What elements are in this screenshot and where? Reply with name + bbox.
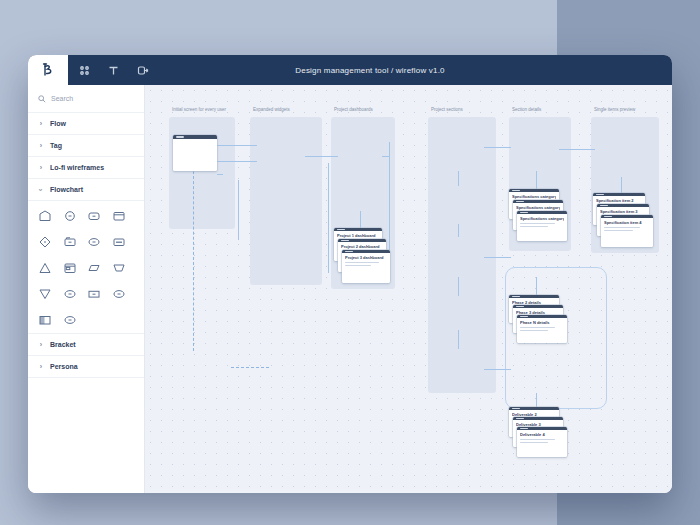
sidebar-item-label: Persona <box>50 363 78 370</box>
chevron-right-icon: › <box>38 121 44 127</box>
sidebar-item-label: Tag <box>50 142 62 149</box>
card-title: Specification item 3 <box>600 209 646 214</box>
tab-rectangle-shape-icon[interactable] <box>63 235 77 249</box>
search-placeholder: Search <box>51 95 73 102</box>
stacked-card[interactable]: Specification item 4 <box>601 215 653 247</box>
connector-line <box>536 171 537 189</box>
card-browser-bar <box>509 189 559 192</box>
sidebar-item-flowchart[interactable]: › Flowchart <box>28 179 144 201</box>
diamond-shape-icon[interactable] <box>38 235 52 249</box>
rounded-rectangle-shape-icon[interactable] <box>87 209 101 223</box>
display-shape-icon[interactable] <box>38 209 52 223</box>
card-browser-bar <box>513 305 563 308</box>
sidebar-item-label: Flow <box>50 120 66 127</box>
card-title: Specifications category 3 <box>516 205 560 210</box>
card-title: Specification item 4 <box>604 220 650 225</box>
chevron-right-icon: › <box>38 143 44 149</box>
card-browser-bar <box>513 417 563 420</box>
search-input[interactable]: Search <box>28 85 144 113</box>
connector-line <box>484 147 511 148</box>
split-rectangle-shape-icon[interactable] <box>38 313 52 327</box>
card-title: Deliverable 4 <box>520 432 564 437</box>
connector-line <box>231 367 269 368</box>
card-browser-bar <box>513 200 563 203</box>
card-text-line <box>604 230 633 232</box>
sidebar-item-flow[interactable]: › Flow <box>28 113 144 135</box>
app-logo[interactable] <box>28 55 68 85</box>
sidebar-item-label: Flowchart <box>50 186 83 193</box>
card-text-line <box>520 223 555 225</box>
apps-grid-icon[interactable] <box>78 64 91 77</box>
sidebar-item-bracket[interactable]: › Bracket <box>28 334 144 356</box>
browser-window-shape-icon[interactable] <box>63 261 77 275</box>
triangle-down-shape-icon[interactable] <box>38 287 52 301</box>
ellipse-shape-icon[interactable] <box>87 235 101 249</box>
export-icon[interactable] <box>136 64 149 77</box>
column-group-label: Project dashboards <box>334 107 373 112</box>
stacked-card[interactable]: Specifications category 4 <box>517 211 567 241</box>
connector-line <box>559 149 595 150</box>
card-browser-bar <box>338 239 386 242</box>
circle-shape-icon[interactable] <box>63 209 77 223</box>
connector-line <box>458 171 459 186</box>
connector-line <box>328 163 329 273</box>
chevron-right-icon: › <box>38 165 44 171</box>
card-browser-bar <box>334 228 382 231</box>
card-text-line <box>520 439 555 441</box>
stacked-card[interactable]: Deliverable 4 <box>517 427 567 457</box>
column-group-label: Project sections <box>431 107 463 112</box>
rectangle-shape-icon[interactable] <box>87 287 101 301</box>
stacked-card[interactable]: Project 3 dashboard <box>342 250 390 283</box>
card-title: Project 2 dashboard <box>341 244 383 249</box>
column-group-panel[interactable] <box>250 117 322 285</box>
card-browser-bar <box>597 204 649 207</box>
column-group-label: Initial screen for every user <box>172 107 226 112</box>
sidebar: Search › Flow › Tag › Lo-fi wireframes ›… <box>28 85 145 493</box>
sidebar-item-persona[interactable]: › Persona <box>28 356 144 378</box>
ellipse-shape-icon[interactable] <box>63 287 77 301</box>
sidebar-item-lofi-wireframes[interactable]: › Lo-fi wireframes <box>28 157 144 179</box>
card-browser-bar <box>517 427 567 430</box>
top-bar: Design management tool / wireflow v1.0 <box>28 55 672 85</box>
connector-line <box>217 174 223 175</box>
stacked-card[interactable]: Phase N details <box>517 315 567 343</box>
sidebar-item-tag[interactable]: › Tag <box>28 135 144 157</box>
card-text-line <box>520 327 555 329</box>
sidebar-item-label: Lo-fi wireframes <box>50 164 104 171</box>
app-window: Design management tool / wireflow v1.0 <box>28 55 672 493</box>
connector-line <box>536 393 537 407</box>
card-browser-bar <box>517 211 567 214</box>
ellipse-shape-icon[interactable] <box>112 287 126 301</box>
ellipse-shape-icon[interactable] <box>63 313 77 327</box>
document-title: Design management tool / wireflow v1.0 <box>68 55 672 85</box>
flowchart-shape-palette <box>28 201 144 334</box>
chevron-right-icon: › <box>38 342 44 348</box>
card-shape-icon[interactable] <box>112 209 126 223</box>
search-icon <box>38 95 46 103</box>
comment-shape-icon[interactable] <box>112 235 126 249</box>
canvas[interactable]: Initial screen for every userExpanded wi… <box>145 85 672 493</box>
trapezoid-shape-icon[interactable] <box>112 261 126 275</box>
sidebar-item-label: Bracket <box>50 341 76 348</box>
card-title: Specifications category 2 <box>512 194 556 199</box>
connector-line <box>484 257 511 258</box>
desktop-background: Design management tool / wireflow v1.0 <box>0 0 700 525</box>
connector-line <box>458 330 459 349</box>
triangle-up-shape-icon[interactable] <box>38 261 52 275</box>
column-group-panel[interactable] <box>428 117 496 393</box>
column-group-panel[interactable] <box>169 117 235 229</box>
text-tool-icon[interactable] <box>107 64 120 77</box>
connector-line <box>458 224 459 237</box>
connector-line <box>238 180 239 240</box>
connector-line <box>217 161 257 162</box>
card-text-line <box>345 262 379 264</box>
card-text-line <box>345 265 371 267</box>
wireframe-card[interactable] <box>173 135 217 171</box>
parallelogram-shape-icon[interactable] <box>87 261 101 275</box>
connector-line <box>621 177 622 193</box>
card-browser-bar <box>593 193 645 196</box>
card-browser-bar <box>509 295 559 298</box>
card-title: Project 1 dashboard <box>337 233 379 238</box>
card-text-line <box>604 227 640 229</box>
card-title: Specifications category 4 <box>520 216 564 221</box>
